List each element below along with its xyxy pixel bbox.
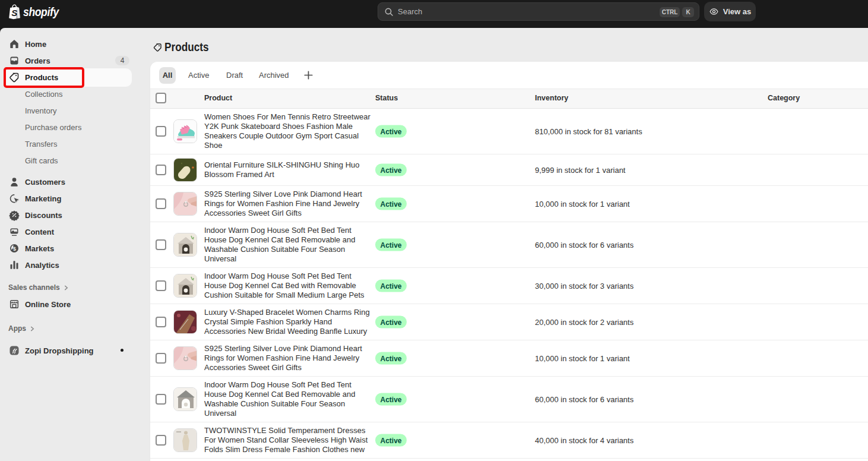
svg-text:$: $	[13, 246, 16, 252]
svg-text:S: S	[11, 8, 17, 18]
